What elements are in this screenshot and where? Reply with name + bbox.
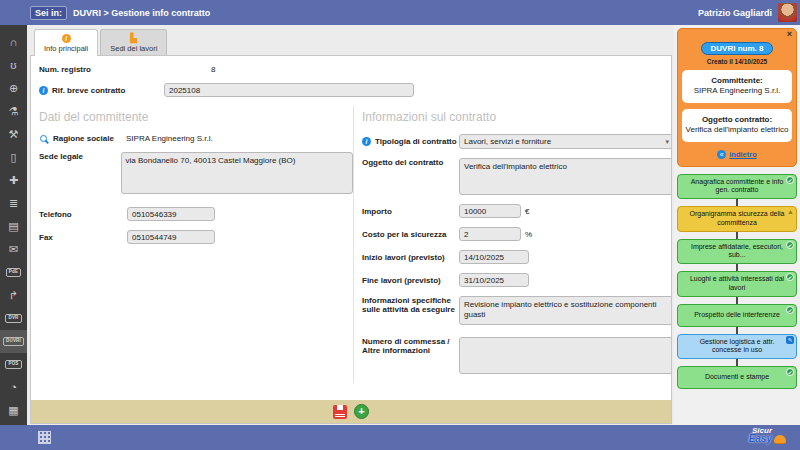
check-icon: ✔ — [786, 176, 794, 184]
sidebar-item-esporta[interactable]: ↱ — [0, 284, 27, 307]
sede-legale-textarea[interactable]: via Bondanello 70, 40013 Castel Maggiore… — [121, 152, 353, 194]
section-info-contratto: Informazioni sul contratto — [359, 110, 671, 124]
fax-row: Fax — [31, 230, 353, 244]
importo-input[interactable] — [459, 204, 521, 218]
inizio-lavori-input[interactable] — [459, 250, 529, 264]
fine-lavori-label: Fine lavori (previsto) — [362, 276, 459, 285]
form-panel: Num. registro 8 i Rif. breve contratto D… — [30, 55, 672, 424]
sidebar-item-sanita[interactable]: ✚ — [0, 169, 27, 192]
form-area: Num. registro 8 i Rif. breve contratto D… — [31, 56, 671, 400]
fax-label: Fax — [39, 233, 127, 242]
sidebar-item-messaggi[interactable]: ✉ — [0, 238, 27, 261]
costo-percent-suffix: % — [525, 230, 532, 239]
step-label: Imprese affidatarie, esecutori, sub... — [685, 243, 789, 261]
committente-box-title: Committente: — [685, 76, 789, 86]
step-button[interactable]: ✔Documenti e stampe — [677, 366, 797, 389]
step-label: Prospetto delle interferenze — [694, 311, 780, 320]
sidebar-item-archivio[interactable]: ▦ — [0, 399, 27, 422]
sede-legale-label: Sede legale — [39, 152, 121, 161]
oggetto-box-value: Verifica dell'impianto elettrico — [686, 125, 789, 134]
tipologia-select[interactable]: Lavori, servizi e forniture ▾ — [459, 134, 671, 149]
rif-breve-input[interactable] — [164, 83, 414, 97]
step-button[interactable]: ✔Imprese affidatarie, esecutori, sub... — [677, 239, 797, 265]
close-icon[interactable]: × — [787, 29, 792, 39]
info-icon: i — [62, 34, 71, 43]
ragione-sociale-value: SIPRA Engineering S.r.l. — [126, 134, 213, 143]
tab-sedi-dei-lavori[interactable]: ▙ Sedi dei lavori — [100, 29, 167, 56]
step-list: ✔Anagrafica committente e info gen. cont… — [677, 174, 797, 390]
section-dati-committente: Dati del committente — [31, 110, 353, 124]
sede-legale-row: Sede legale via Bondanello 70, 40013 Cas… — [31, 152, 353, 194]
globe-icon: ⊕ — [9, 83, 18, 94]
search-icon[interactable] — [40, 135, 47, 142]
folder-export-icon: ↱ — [9, 290, 18, 301]
sidebar-item-mondo[interactable]: ⊕ — [0, 77, 27, 100]
num-registro-label: Num. registro — [39, 65, 211, 74]
rif-breve-row: i Rif. breve contratto — [31, 83, 671, 97]
step-button[interactable]: ▲Organigramma sicurezza della committenz… — [677, 206, 797, 232]
sidebar-item-registro[interactable]: ▤ — [0, 215, 27, 238]
step-connector — [736, 327, 738, 334]
importo-row: Importo € — [359, 204, 671, 218]
step-connector — [736, 199, 738, 206]
fax-input[interactable] — [127, 230, 215, 244]
step-button[interactable]: ✔Anagrafica committente e info gen. cont… — [677, 174, 797, 200]
fine-lavori-row: Fine lavori (previsto) — [359, 273, 671, 287]
commessa-textarea[interactable] — [459, 337, 671, 374]
sidebar-item-dvr[interactable]: DVR — [0, 307, 27, 330]
sidebar-item-estintore[interactable]: ▯ — [0, 146, 27, 169]
user-avatar[interactable] — [778, 3, 797, 22]
sidebar-item-pos[interactable]: POS — [0, 353, 27, 376]
flask-icon: ⚗ — [9, 106, 19, 117]
telefono-input[interactable] — [127, 207, 215, 221]
duvri-number-badge: DUVRI num. 8 — [701, 42, 774, 55]
sidebar-item-elmetto[interactable]: ∩ — [0, 31, 27, 54]
telefono-row: Telefono — [31, 207, 353, 221]
step-connector — [736, 297, 738, 304]
info-icon[interactable]: i — [362, 137, 371, 146]
committente-column: Dati del committente Ragione sociale SIP… — [31, 106, 353, 383]
book-icon: ▤ — [8, 221, 18, 232]
info-specifiche-row: Informazioni specifiche sulle attività d… — [359, 296, 671, 325]
username: Patrizio Gagliardi — [698, 8, 772, 18]
location-label: Sei in: — [30, 6, 67, 20]
step-button[interactable]: ✔Luoghi e attività interessati dai lavor… — [677, 271, 797, 297]
pos-badge-icon: POS — [5, 360, 21, 370]
sidebar-item-laboratorio[interactable]: ⚗ — [0, 100, 27, 123]
oggetto-textarea[interactable]: Verifica dell'impianto elettrico — [459, 158, 671, 195]
step-button[interactable]: ✎Gestione logistica e attr. concesse in … — [677, 334, 797, 360]
health-cross-icon: ✚ — [9, 175, 18, 186]
back-link[interactable]: indietro — [729, 150, 757, 159]
info-icon[interactable]: i — [39, 86, 48, 95]
step-label: Gestione logistica e attr. concesse in u… — [685, 338, 789, 356]
sidebar-item-pde[interactable]: PdE — [0, 261, 27, 284]
costo-sicurezza-row: Costo per la sicurezza % — [359, 227, 671, 241]
tab-label: Info principali — [44, 44, 88, 53]
committente-box-value: SIPRA Engineering S.r.l. — [694, 86, 781, 95]
sidebar-item-orologio[interactable]: ◔ — [0, 376, 27, 399]
sidebar-item-documento[interactable]: ≣ — [0, 192, 27, 215]
sidebar-item-duvri[interactable]: DUVRI — [0, 330, 27, 353]
commessa-row: Numero di commessa / Altre informazioni — [359, 337, 671, 374]
fine-lavori-input[interactable] — [459, 273, 529, 287]
bottom-toolbar: + — [31, 400, 671, 423]
save-button[interactable] — [333, 405, 347, 419]
tab-bar: i Info principali ▙ Sedi dei lavori — [34, 29, 672, 56]
telefono-label: Telefono — [39, 210, 127, 219]
floppy-label — [335, 413, 345, 418]
costo-sicurezza-input[interactable] — [459, 227, 521, 241]
archive-icon: ▦ — [8, 405, 18, 416]
add-button[interactable]: + — [354, 404, 369, 419]
importo-label: Importo — [362, 207, 459, 216]
info-specifiche-textarea[interactable]: Revisione impianto elettrico e sostituzi… — [459, 296, 671, 325]
step-button[interactable]: ✔Prospetto delle interferenze — [677, 304, 797, 327]
sidebar-item-sacco[interactable]: ʊ — [0, 54, 27, 77]
check-icon: ✔ — [786, 241, 794, 249]
step-label: Documenti e stampe — [705, 373, 769, 382]
committente-box: Committente: SIPRA Engineering S.r.l. — [682, 70, 792, 103]
oggetto-box-title: Oggetto contratto: — [685, 115, 789, 125]
sidebar-item-attrezzi[interactable]: ⚒ — [0, 123, 27, 146]
qr-code-icon — [38, 431, 51, 444]
step-label: Anagrafica committente e info gen. contr… — [685, 178, 789, 196]
tab-info-principali[interactable]: i Info principali — [34, 29, 98, 56]
